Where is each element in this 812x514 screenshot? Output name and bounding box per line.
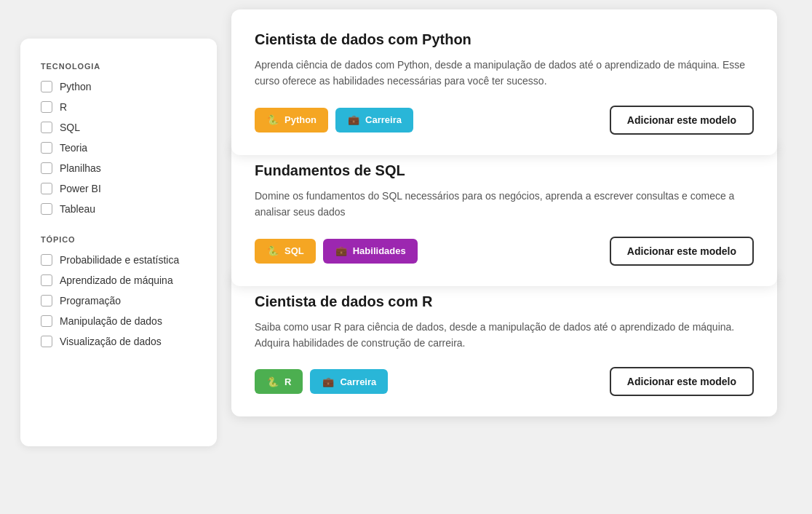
checkbox-teoria-label: Teoria <box>60 142 87 154</box>
checkbox-python-label: Python <box>60 81 92 92</box>
add-button-sql[interactable]: Adicionar este modelo <box>610 237 754 266</box>
tag-r: 🐍 R <box>255 369 303 394</box>
sql-snake-icon: 🐍 <box>266 245 279 258</box>
checkbox-powerbi-input[interactable] <box>41 183 52 194</box>
checkbox-tableau-label: Tableau <box>60 203 95 215</box>
cards-area: Cientista de dados com Python Aprenda ci… <box>231 9 792 416</box>
checkbox-prob-estatistica-input[interactable] <box>41 254 52 266</box>
card-r-tags: 🐍 R 💼 Carreira <box>255 369 388 394</box>
tag-carreira-1-label: Carreira <box>365 114 402 125</box>
card-r-description: Saiba como usar R para ciência de dados,… <box>255 319 754 352</box>
card-python-footer: 🐍 Python 💼 Carreira Adicionar este model… <box>255 106 754 135</box>
checkbox-sql-input[interactable] <box>41 122 52 133</box>
sidebar-section-title-topico: TÓPICO <box>41 235 196 244</box>
checkbox-sql[interactable]: SQL <box>41 122 196 133</box>
card-python-description: Aprenda ciência de dados com Python, des… <box>255 57 754 90</box>
checkbox-teoria[interactable]: Teoria <box>41 142 196 154</box>
checkbox-prob-estatistica[interactable]: Probabilidade e estatística <box>41 254 196 266</box>
card-sql-footer: 🐍 SQL 💼 Habilidades Adicionar este model… <box>255 237 754 266</box>
carreira-briefcase-icon: 💼 <box>347 114 360 127</box>
checkbox-r[interactable]: R <box>41 101 196 113</box>
sidebar: TECNOLOGIA Python R SQL Teoria Planilhas <box>20 39 217 446</box>
card-r-footer: 🐍 R 💼 Carreira Adicionar este modelo <box>255 367 754 396</box>
habilidades-briefcase-icon: 💼 <box>335 245 348 258</box>
r-snake-icon: 🐍 <box>266 375 279 388</box>
card-sql: Fundamentos de SQL Domine os fundamentos… <box>231 141 777 286</box>
tag-sql-label: SQL <box>284 245 304 256</box>
card-python: Cientista de dados com Python Aprenda ci… <box>231 9 777 155</box>
checkbox-sql-label: SQL <box>60 122 80 133</box>
checkbox-planilhas-input[interactable] <box>41 162 52 174</box>
tag-python-label: Python <box>284 114 317 125</box>
checkbox-visualizacao-dados-label: Visualização de dados <box>60 336 162 347</box>
tag-carreira-2-label: Carreira <box>340 376 376 387</box>
checkbox-r-label: R <box>60 101 67 113</box>
checkbox-aprendizado-maquina[interactable]: Aprendizado de máquina <box>41 274 196 286</box>
checkbox-programacao[interactable]: Programação <box>41 295 196 307</box>
add-button-python[interactable]: Adicionar este modelo <box>610 106 754 135</box>
checkbox-tableau[interactable]: Tableau <box>41 203 196 215</box>
checkbox-powerbi[interactable]: Power BI <box>41 183 196 194</box>
sidebar-section-title-tecnologia: TECNOLOGIA <box>41 62 196 71</box>
checkbox-powerbi-label: Power BI <box>60 183 101 194</box>
checkbox-planilhas-label: Planilhas <box>60 162 101 174</box>
tag-carreira-1: 💼 Carreira <box>335 108 413 133</box>
main-container: TECNOLOGIA Python R SQL Teoria Planilhas <box>20 9 792 505</box>
tag-habilidades: 💼 Habilidades <box>323 239 418 264</box>
card-r-title: Cientista de dados com R <box>255 293 754 310</box>
checkbox-visualizacao-dados-input[interactable] <box>41 336 52 347</box>
card-sql-title: Fundamentos de SQL <box>255 162 754 179</box>
carreira-2-briefcase-icon: 💼 <box>322 375 335 388</box>
checkbox-manipulacao-dados-input[interactable] <box>41 315 52 327</box>
card-python-tags: 🐍 Python 💼 Carreira <box>255 108 413 133</box>
checkbox-r-input[interactable] <box>41 101 52 113</box>
checkbox-programacao-input[interactable] <box>41 295 52 307</box>
sidebar-section-tecnologia: TECNOLOGIA Python R SQL Teoria Planilhas <box>41 62 196 215</box>
tag-habilidades-label: Habilidades <box>353 245 406 256</box>
checkbox-manipulacao-dados-label: Manipulação de dados <box>60 315 162 327</box>
add-button-r[interactable]: Adicionar este modelo <box>610 367 754 396</box>
checkbox-python[interactable]: Python <box>41 81 196 92</box>
tag-carreira-2: 💼 Carreira <box>310 369 388 394</box>
python-snake-icon: 🐍 <box>266 114 279 127</box>
checkbox-visualizacao-dados[interactable]: Visualização de dados <box>41 336 196 347</box>
tag-sql: 🐍 SQL <box>255 239 316 264</box>
checkbox-teoria-input[interactable] <box>41 142 52 154</box>
card-r: Cientista de dados com R Saiba como usar… <box>231 272 777 417</box>
tag-r-label: R <box>284 376 291 387</box>
checkbox-aprendizado-maquina-label: Aprendizado de máquina <box>60 274 173 286</box>
checkbox-tableau-input[interactable] <box>41 203 52 215</box>
tag-python: 🐍 Python <box>255 108 328 133</box>
checkbox-aprendizado-maquina-input[interactable] <box>41 274 52 286</box>
card-sql-description: Domine os fundamentos do SQL necessários… <box>255 188 754 221</box>
checkbox-prob-estatistica-label: Probabilidade e estatística <box>60 254 179 266</box>
checkbox-programacao-label: Programação <box>60 295 121 307</box>
card-python-title: Cientista de dados com Python <box>255 31 754 48</box>
checkbox-planilhas[interactable]: Planilhas <box>41 162 196 174</box>
sidebar-section-topico: TÓPICO Probabilidade e estatística Apren… <box>41 235 196 347</box>
checkbox-python-input[interactable] <box>41 81 52 92</box>
checkbox-manipulacao-dados[interactable]: Manipulação de dados <box>41 315 196 327</box>
card-sql-tags: 🐍 SQL 💼 Habilidades <box>255 239 418 264</box>
